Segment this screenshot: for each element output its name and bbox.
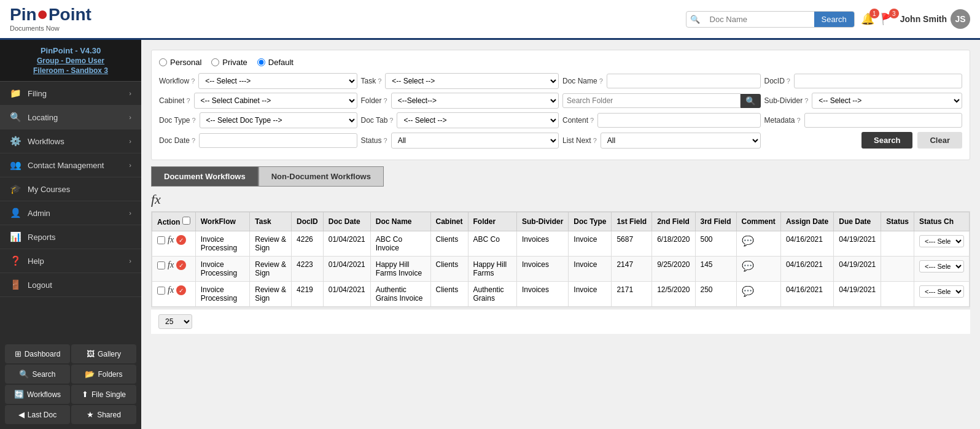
sidebar-item-contact-management[interactable]: 👥 Contact Management › [0, 153, 141, 177]
last-doc-button[interactable]: ◀ Last Doc [5, 405, 70, 424]
filter-sub-divider: Sub-Divider ? <-- Select --> [764, 93, 963, 109]
cell-due-date-0: 04/19/2021 [834, 231, 881, 257]
cell-field2-1: 9/25/2020 [652, 257, 695, 282]
row-checkbox-1[interactable] [157, 261, 165, 269]
radio-group: Personal Private Default [159, 58, 962, 67]
doc-name-input[interactable] [607, 74, 761, 88]
filter-doc-type: Doc Type ? <-- Select Doc Type --> [159, 112, 357, 128]
search-button[interactable]: 🔍 Search [5, 365, 70, 384]
content-input[interactable] [597, 113, 760, 128]
doc-type-select[interactable]: <-- Select Doc Type --> [200, 112, 357, 128]
table-body: fx ✓ Invoice Processing Review & Sign 42… [152, 231, 970, 307]
sidebar-item-filing[interactable]: 📁 Filing › [0, 82, 141, 106]
dashboard-icon: ⊞ [15, 349, 21, 358]
sidebar-item-my-courses[interactable]: 🎓 My Courses [0, 177, 141, 201]
user-area[interactable]: John Smith JS [900, 9, 970, 29]
col-header-task: Task [250, 212, 292, 231]
search-folder-row: 🔍 [562, 93, 761, 108]
cell-doc-type-0: Invoice [569, 231, 612, 257]
cell-field1-2: 2171 [612, 282, 652, 307]
table-row: fx ✓ Invoice Processing Review & Sign 42… [152, 257, 970, 282]
sidebar-item-label-reports: Reports [28, 233, 56, 242]
fx-button-2[interactable]: fx [168, 285, 174, 295]
sidebar-item-admin[interactable]: 👤 Admin › [0, 201, 141, 225]
doc-tab-select[interactable]: <-- Select --> [397, 112, 559, 128]
gallery-button[interactable]: 🖼 Gallery [71, 344, 136, 363]
task-select[interactable]: <-- Select --> [385, 73, 559, 89]
docid-input[interactable] [794, 74, 962, 88]
doc-date-input[interactable] [199, 133, 357, 148]
status-ch-select-0[interactable]: <--- Sele [919, 235, 964, 247]
status-ch-select-1[interactable]: <--- Sele [919, 260, 964, 272]
cell-field3-0: 500 [695, 231, 736, 257]
cell-doc-name-0: ABC Co Invoice [370, 231, 430, 257]
cell-comment-1[interactable]: 💬 [736, 257, 780, 282]
sidebar-item-help[interactable]: ❓ Help › [0, 249, 141, 273]
file-single-button[interactable]: ⬆ File Single [71, 385, 136, 404]
page-size-select[interactable]: 25 10 50 100 [158, 314, 192, 329]
radio-default-input[interactable] [257, 58, 265, 66]
logo-dot: ● [37, 2, 49, 25]
notifications-badge[interactable]: 🔔 1 [861, 12, 874, 26]
fx-button-1[interactable]: fx [168, 260, 174, 270]
help-icon: ❓ [10, 255, 21, 266]
flags-badge[interactable]: 🚩 3 [881, 12, 894, 26]
my-courses-icon: 🎓 [10, 184, 21, 195]
folders-button[interactable]: 📂 Folders [71, 365, 136, 384]
col-header-doc-name: Doc Name [370, 212, 430, 231]
cabinet-select[interactable]: <-- Select Cabinet --> [194, 93, 357, 109]
cell-field2-2: 12/5/2020 [652, 282, 695, 307]
radio-private[interactable]: Private [211, 58, 247, 67]
metadata-help-icon: ? [797, 117, 801, 124]
filter-doc-tab: Doc Tab ? <-- Select --> [361, 112, 559, 128]
doc-tab-help-icon: ? [389, 117, 393, 124]
status-ch-select-2[interactable]: <--- Sele [919, 285, 964, 298]
row-checkbox-0[interactable] [157, 236, 165, 244]
sidebar-item-reports[interactable]: 📊 Reports [0, 225, 141, 249]
search-folder-input[interactable] [562, 93, 741, 108]
logo-subtitle: Documents Now [10, 25, 91, 32]
radio-private-input[interactable] [211, 58, 219, 66]
sub-divider-select[interactable]: <-- Select --> [812, 93, 962, 109]
radio-personal-input[interactable] [159, 58, 167, 66]
col-header-assign-date: Assign Date [780, 212, 833, 231]
status-select[interactable]: All [391, 133, 559, 149]
filter-task: Task ? <-- Select --> [361, 73, 559, 89]
cell-doc-name-2: Authentic Grains Invoice [370, 282, 430, 307]
radio-personal[interactable]: Personal [159, 58, 201, 67]
select-all-checkbox[interactable] [182, 217, 190, 225]
filter-row-2: Cabinet ? <-- Select Cabinet --> Folder … [159, 93, 962, 109]
cell-workflow-1: Invoice Processing [195, 257, 250, 282]
workflow-tabs: Document Workflows Non-Document Workflow… [151, 166, 970, 187]
list-next-select[interactable]: All [601, 133, 761, 149]
folder-select[interactable]: <--Select--> [391, 93, 559, 109]
content-help-icon: ? [590, 117, 594, 124]
shared-button[interactable]: ★ Shared [71, 405, 136, 424]
sidebar-item-workflows[interactable]: ⚙️ Workflows › [0, 129, 141, 153]
sidebar-item-logout[interactable]: 🚪 Logout [0, 273, 141, 297]
workflow-select[interactable]: <-- Select ---> [198, 73, 357, 89]
data-table: Action WorkFlow Task DocID Doc Date Doc … [152, 212, 970, 307]
sidebar-item-locating[interactable]: 🔍 Locating › [0, 106, 141, 129]
sidebar-version-link[interactable]: PinPoint - V4.30 [41, 46, 101, 55]
radio-default[interactable]: Default [257, 58, 294, 67]
search-folder-button[interactable]: 🔍 [741, 94, 761, 108]
header-search-button[interactable]: Search [814, 12, 854, 27]
header-search-input[interactable] [704, 12, 814, 27]
cell-comment-0[interactable]: 💬 [736, 231, 780, 257]
dashboard-button[interactable]: ⊞ Dashboard [5, 344, 70, 363]
sidebar-fileroom-link[interactable]: Fileroom - Sandbox 3 [10, 66, 131, 75]
sidebar-item-label-contact: Contact Management [28, 161, 104, 170]
sidebar: PinPoint - V4.30 Group - Demo User Filer… [0, 40, 141, 429]
tab-non-document-workflows[interactable]: Non-Document Workflows [259, 166, 384, 187]
fx-button-0[interactable]: fx [168, 235, 174, 245]
workflows-button[interactable]: 🔄 Workflows [5, 385, 70, 404]
sidebar-group-link[interactable]: Group - Demo User [10, 56, 131, 65]
cell-comment-2[interactable]: 💬 [736, 282, 780, 307]
filter-clear-button[interactable]: Clear [917, 132, 962, 149]
filter-search-button[interactable]: Search [861, 132, 912, 149]
row-checkbox-2[interactable] [157, 287, 165, 295]
metadata-input[interactable] [804, 113, 962, 128]
tab-document-workflows[interactable]: Document Workflows [151, 166, 259, 187]
doc-type-label: Doc Type ? [159, 116, 196, 125]
